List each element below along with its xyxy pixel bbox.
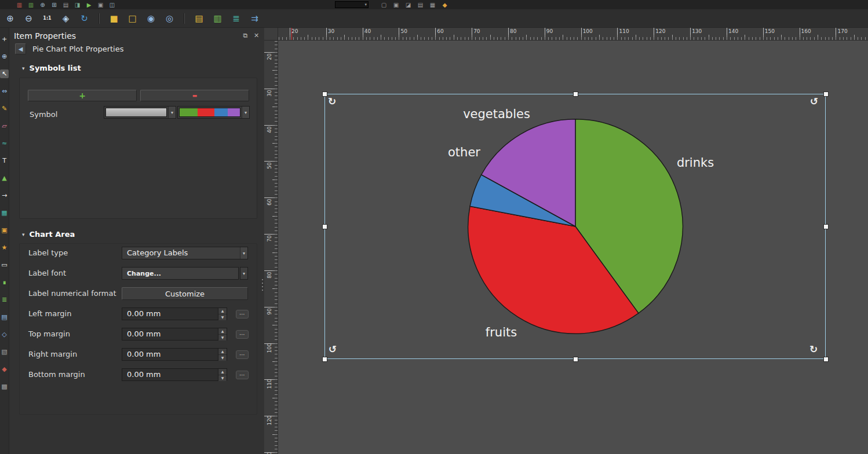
layout-canvas[interactable]: drinksfruitsothervegetables ↻ ↺ ↺ ↻ bbox=[278, 41, 868, 454]
selection-handle[interactable] bbox=[322, 91, 327, 97]
selection-handle[interactable] bbox=[573, 91, 578, 97]
selection-handle[interactable] bbox=[322, 224, 327, 229]
align-items-icon[interactable]: ≣ bbox=[229, 12, 243, 25]
toolbar-icon-n[interactable]: ▦ bbox=[428, 1, 437, 9]
add-node-item-icon[interactable]: ▱ bbox=[0, 122, 9, 130]
label-font-dropdown[interactable]: ▾ bbox=[240, 267, 248, 280]
customize-number-format-button[interactable]: Customize bbox=[122, 287, 248, 300]
selection-handle[interactable] bbox=[573, 357, 578, 362]
add-map-icon[interactable]: ▦ bbox=[0, 208, 9, 217]
back-button[interactable]: ◀ bbox=[15, 43, 26, 54]
selection-handle[interactable] bbox=[322, 357, 327, 362]
lock-items-icon[interactable]: ■ bbox=[107, 12, 121, 25]
spin-down-icon[interactable]: ▼ bbox=[218, 355, 227, 361]
add-north-arrow-icon[interactable]: ★ bbox=[0, 243, 9, 252]
toolbar-icon-h[interactable]: ▣ bbox=[96, 1, 105, 9]
toolbar-combo-box[interactable]: ▾ bbox=[335, 1, 369, 8]
rotate-handle-icon[interactable]: ↻ bbox=[809, 343, 818, 355]
zoom-full-icon[interactable]: ◈ bbox=[59, 12, 72, 25]
symbols-list-section-header[interactable]: ▾ Symbols list bbox=[22, 64, 81, 72]
ungroup-items-icon[interactable]: ◎ bbox=[163, 12, 176, 25]
ramp-color-1 bbox=[198, 108, 214, 116]
selection-handle[interactable] bbox=[823, 357, 829, 362]
data-defined-override-button[interactable]: ⋯ bbox=[236, 310, 249, 318]
toolbar-icon-b[interactable]: ▥ bbox=[27, 1, 35, 9]
ruler-top[interactable]: 2030405060708090100110120130140150160170 bbox=[278, 28, 868, 41]
rotate-handle-icon[interactable]: ↺ bbox=[810, 96, 818, 107]
margin-spinbox[interactable]: 0.00 mm ▲ ▼ bbox=[122, 368, 227, 381]
ramp-color-3 bbox=[228, 108, 240, 116]
toolbar-separator bbox=[184, 13, 185, 24]
toolbar-icon-j[interactable]: ▢ bbox=[380, 1, 388, 9]
toolbar-icon-g[interactable]: ▶ bbox=[85, 1, 93, 9]
selection-handle[interactable] bbox=[823, 224, 829, 229]
add-scalebar-icon[interactable]: ▭ bbox=[0, 261, 9, 269]
zoom-in-icon[interactable]: ⊕ bbox=[3, 12, 17, 25]
lower-items-icon[interactable]: ▥ bbox=[211, 12, 224, 25]
toolbar-icon-o[interactable]: ◆ bbox=[440, 1, 449, 9]
add-marker-icon[interactable]: ◆ bbox=[0, 365, 9, 374]
add-label-icon[interactable]: T bbox=[0, 156, 9, 165]
add-shape-icon[interactable]: ▲ bbox=[0, 174, 9, 182]
label-type-dropdown[interactable]: Category Labels ▾ bbox=[122, 247, 248, 259]
remove-symbol-button[interactable]: ▬ bbox=[140, 90, 249, 101]
add-legend-icon[interactable]: ≣ bbox=[0, 295, 9, 304]
raise-items-icon[interactable]: ▤ bbox=[192, 12, 206, 25]
pie-chart-item[interactable] bbox=[462, 114, 688, 339]
add-elevation-icon[interactable]: ▧ bbox=[0, 347, 9, 356]
spin-up-icon[interactable]: ▲ bbox=[218, 308, 227, 314]
spin-up-icon[interactable]: ▲ bbox=[218, 369, 227, 375]
add-symbol-button[interactable]: + bbox=[28, 90, 137, 101]
selection-handle[interactable] bbox=[823, 91, 829, 97]
margin-spinbox[interactable]: 0.00 mm ▲ ▼ bbox=[122, 348, 227, 361]
spin-up-icon[interactable]: ▲ bbox=[218, 328, 227, 335]
rotate-handle-icon[interactable]: ↺ bbox=[329, 343, 337, 355]
data-defined-override-button[interactable]: ⋯ bbox=[236, 350, 249, 359]
spin-up-icon[interactable]: ▲ bbox=[218, 349, 227, 355]
select-tool-icon[interactable]: ↖ bbox=[0, 69, 9, 78]
toolbar-icon-i[interactable]: ◫ bbox=[108, 1, 116, 9]
float-panel-icon[interactable]: ⧉ bbox=[241, 32, 250, 40]
ruler-left[interactable]: 2030405060708090100110120130 bbox=[264, 41, 278, 454]
toolbar-icon-d[interactable]: ⊞ bbox=[50, 1, 59, 9]
add-3d-map-icon[interactable]: ▩ bbox=[0, 382, 9, 391]
add-html-icon[interactable]: ◇ bbox=[0, 330, 9, 339]
pan-tool-icon[interactable]: + bbox=[0, 35, 9, 43]
unlock-items-icon[interactable]: □ bbox=[126, 12, 139, 25]
ruler-number: 30 bbox=[267, 87, 272, 99]
group-items-icon[interactable]: ◉ bbox=[144, 12, 158, 25]
add-picture-icon[interactable]: ▣ bbox=[0, 226, 9, 235]
toolbar-icon-f[interactable]: ◨ bbox=[73, 1, 82, 9]
add-table-icon[interactable]: ▤ bbox=[0, 313, 9, 321]
spin-arrows: ▲ ▼ bbox=[218, 369, 227, 380]
spin-down-icon[interactable]: ▼ bbox=[218, 335, 227, 340]
refresh-view-icon[interactable]: ↻ bbox=[78, 12, 91, 25]
add-polyline-icon[interactable]: ≈ bbox=[0, 139, 9, 148]
symbol-colors-dropdown[interactable]: ▾ bbox=[177, 106, 250, 119]
close-panel-icon[interactable]: ✕ bbox=[252, 32, 261, 40]
move-item-tool-icon[interactable]: ⇔ bbox=[0, 87, 9, 96]
toolbar-icon-k[interactable]: ▣ bbox=[392, 1, 400, 9]
data-defined-override-button[interactable]: ⋯ bbox=[236, 371, 249, 379]
toolbar-icon-l[interactable]: ◪ bbox=[404, 1, 413, 9]
toolbar-icon-e[interactable]: ▤ bbox=[61, 1, 70, 9]
distribute-items-icon[interactable]: ⇉ bbox=[248, 12, 261, 25]
zoom-actual-icon[interactable]: 1:1 bbox=[41, 12, 54, 25]
spin-down-icon[interactable]: ▼ bbox=[218, 314, 227, 320]
zoom-out-icon[interactable]: ⊖ bbox=[22, 12, 35, 25]
add-chart-icon[interactable]: ∎ bbox=[0, 278, 9, 287]
margin-spinbox[interactable]: 0.00 mm ▲ ▼ bbox=[122, 328, 227, 340]
toolbar-icon-a[interactable]: ▥ bbox=[15, 1, 24, 9]
margin-spinbox[interactable]: 0.00 mm ▲ ▼ bbox=[122, 307, 227, 320]
data-defined-override-button[interactable]: ⋯ bbox=[236, 330, 249, 339]
toolbar-icon-c[interactable]: ⊕ bbox=[38, 1, 47, 9]
spin-down-icon[interactable]: ▼ bbox=[218, 375, 227, 381]
zoom-tool-icon[interactable]: ⊕ bbox=[0, 52, 9, 61]
rotate-handle-icon[interactable]: ↻ bbox=[328, 96, 336, 107]
label-font-button[interactable]: Change... bbox=[122, 267, 239, 280]
chart-area-section-header[interactable]: ▾ Chart Area bbox=[22, 230, 75, 239]
add-arrow-icon[interactable]: → bbox=[0, 191, 9, 200]
symbol-style-dropdown[interactable]: ▾ bbox=[104, 106, 176, 119]
edit-nodes-tool-icon[interactable]: ✎ bbox=[0, 104, 9, 113]
toolbar-icon-m[interactable]: ▤ bbox=[416, 1, 425, 9]
